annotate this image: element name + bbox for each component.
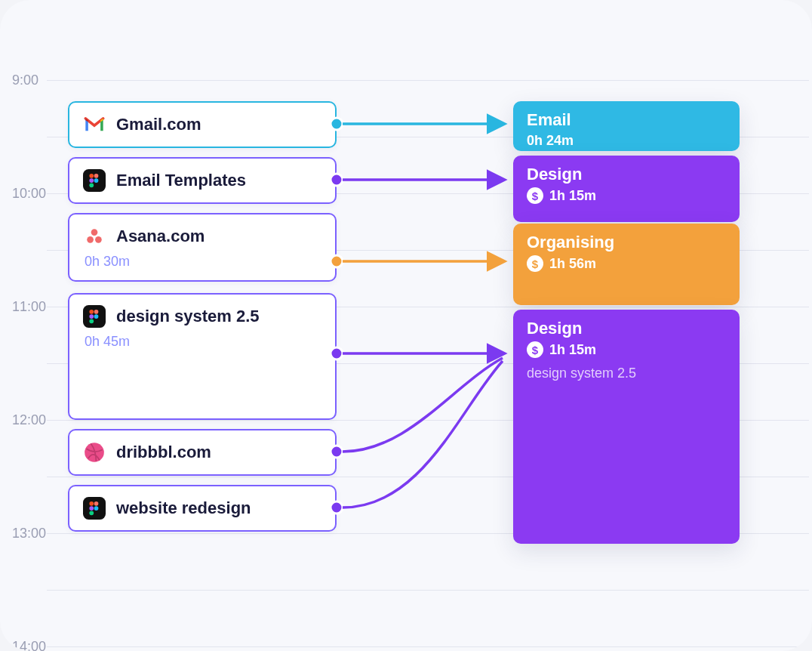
- time-label: 14:00: [12, 639, 46, 651]
- activity-card-gmail[interactable]: Gmail.com: [68, 101, 337, 148]
- billable-icon: $: [527, 341, 543, 358]
- svg-point-3: [89, 178, 94, 183]
- time-label: 12:00: [12, 412, 46, 428]
- category-duration: 1h 15m: [549, 342, 596, 358]
- category-title: Organising: [527, 233, 726, 252]
- svg-point-6: [91, 229, 98, 236]
- svg-point-19: [89, 506, 94, 511]
- asana-icon: [83, 225, 106, 248]
- dribbble-icon: [83, 441, 106, 464]
- svg-point-10: [89, 310, 94, 314]
- activity-card-email-templates[interactable]: Email Templates: [68, 157, 337, 204]
- svg-point-20: [94, 506, 99, 511]
- svg-point-12: [89, 314, 94, 319]
- time-label: 10:00: [12, 186, 46, 202]
- figma-icon: [83, 305, 106, 328]
- activity-duration: 0h 30m: [83, 254, 321, 270]
- activity-title: design system 2.5: [116, 307, 260, 326]
- category-block-design-2[interactable]: Design $ 1h 15m design system 2.5: [513, 310, 740, 544]
- svg-point-2: [94, 174, 99, 178]
- category-title: Design: [527, 319, 726, 338]
- category-block-design-1[interactable]: Design $ 1h 15m: [513, 156, 740, 222]
- category-duration: 0h 24m: [527, 133, 574, 149]
- svg-point-17: [89, 501, 94, 506]
- figma-icon: [83, 169, 106, 192]
- activity-title: Gmail.com: [116, 115, 201, 134]
- category-block-email[interactable]: Email 0h 24m: [513, 101, 740, 151]
- activity-card-design-system[interactable]: design system 2.5 0h 45m: [68, 293, 337, 420]
- category-duration: 1h 56m: [549, 256, 596, 272]
- billable-icon: $: [527, 187, 543, 204]
- timeline-canvas: 9:00 10:00 11:00 12:00 13:00 14:00 Gmail…: [0, 0, 812, 651]
- svg-point-11: [94, 310, 99, 314]
- svg-point-14: [89, 319, 94, 323]
- figma-icon: [83, 497, 106, 520]
- time-label: 9:00: [12, 73, 38, 88]
- activity-duration: 0h 45m: [83, 334, 321, 350]
- category-note: design system 2.5: [527, 366, 726, 381]
- activity-title: website redesign: [116, 498, 251, 518]
- category-block-organising[interactable]: Organising $ 1h 56m: [513, 224, 740, 305]
- category-duration: 1h 15m: [549, 188, 596, 204]
- activity-card-dribbble[interactable]: dribbbl.com: [68, 429, 337, 476]
- svg-point-5: [89, 183, 94, 187]
- time-label: 13:00: [12, 526, 46, 541]
- category-title: Design: [527, 165, 726, 184]
- svg-point-18: [94, 501, 99, 506]
- time-label: 11:00: [12, 299, 46, 315]
- category-title: Email: [527, 110, 726, 130]
- activity-title: Asana.com: [116, 227, 205, 246]
- activity-card-asana[interactable]: Asana.com 0h 30m: [68, 213, 337, 282]
- svg-point-7: [87, 236, 94, 243]
- billable-icon: $: [527, 255, 543, 272]
- svg-point-13: [94, 314, 99, 319]
- activity-card-website-redesign[interactable]: website redesign: [68, 485, 337, 532]
- svg-point-4: [94, 178, 99, 183]
- activity-title: dribbbl.com: [116, 443, 211, 462]
- activity-title: Email Templates: [116, 171, 246, 190]
- svg-point-1: [89, 174, 94, 178]
- svg-point-21: [89, 511, 94, 515]
- gmail-icon: [83, 113, 106, 136]
- svg-point-8: [95, 236, 102, 243]
